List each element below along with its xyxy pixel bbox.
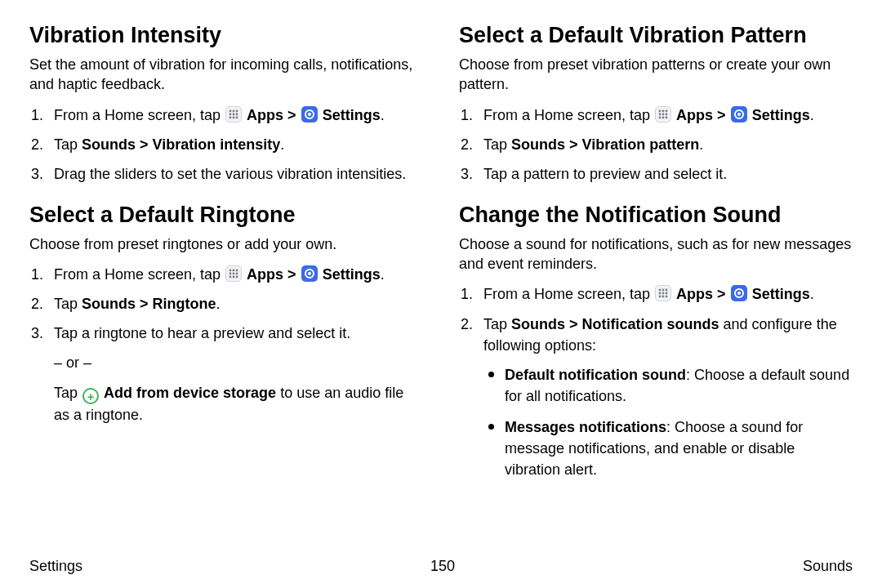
svg-point-19: [236, 276, 238, 278]
section-heading-vibration-pattern: Select a Default Vibration Pattern: [459, 23, 853, 48]
svg-point-6: [229, 116, 232, 118]
step-text: Tap: [54, 296, 82, 312]
period: .: [280, 136, 284, 153]
step-item: Tap Sounds > Ringtone.: [29, 293, 423, 314]
step-text: From a Home screen, tap: [54, 266, 225, 283]
section-intro: Choose from preset ringtones or add your…: [29, 234, 423, 254]
step-item: Drag the sliders to set the various vibr…: [29, 163, 423, 185]
svg-point-29: [662, 116, 665, 118]
svg-point-18: [233, 276, 235, 278]
svg-point-15: [233, 273, 235, 275]
period: .: [810, 107, 814, 123]
footer-right: Sounds: [803, 558, 853, 575]
settings-label: Settings: [323, 266, 381, 283]
svg-point-17: [229, 276, 232, 278]
chevron-icon: >: [287, 107, 301, 123]
step-item: From a Home screen, tap Apps > Settings.: [29, 264, 423, 285]
svg-point-14: [229, 273, 232, 275]
step-bold: Sounds > Vibration intensity: [82, 136, 280, 153]
svg-point-25: [659, 113, 662, 115]
svg-point-38: [666, 292, 668, 295]
apps-label: Apps: [247, 266, 283, 283]
svg-point-12: [233, 270, 235, 272]
step-item: Tap a pattern to preview and select it.: [459, 163, 853, 185]
steps-list: From a Home screen, tap Apps > Settings.…: [459, 105, 853, 185]
svg-point-10: [308, 113, 311, 116]
chevron-icon: >: [287, 266, 301, 283]
svg-point-11: [229, 270, 232, 272]
step-text: Tap: [54, 385, 82, 401]
settings-icon: [301, 106, 318, 122]
section-heading-default-ringtone: Select a Default Ringtone: [29, 203, 423, 228]
add-icon: +: [82, 388, 99, 404]
settings-icon: [731, 285, 747, 301]
step-text: From a Home screen, tap: [483, 286, 654, 302]
apps-icon: [655, 285, 671, 301]
footer-left: Settings: [29, 558, 82, 575]
svg-point-27: [666, 113, 668, 115]
svg-point-0: [229, 109, 232, 112]
svg-point-39: [659, 296, 662, 298]
svg-point-13: [236, 270, 238, 272]
svg-point-32: [737, 113, 741, 116]
period: .: [381, 266, 385, 283]
right-column: Select a Default Vibration Pattern Choos…: [459, 23, 853, 546]
svg-point-22: [659, 109, 662, 112]
steps-list: From a Home screen, tap Apps > Settings.…: [459, 283, 853, 355]
step-text: Tap a ringtone to hear a preview and sel…: [54, 325, 350, 341]
chevron-icon: >: [717, 286, 730, 302]
step-item: From a Home screen, tap Apps > Settings.: [459, 105, 853, 126]
chevron-icon: >: [717, 107, 730, 123]
settings-label: Settings: [752, 286, 810, 302]
or-divider: – or –: [54, 352, 423, 373]
step-item: From a Home screen, tap Apps > Settings.: [459, 283, 853, 305]
step-bold: Sounds > Ringtone: [82, 296, 216, 312]
step-text: Tap: [483, 136, 511, 153]
svg-point-24: [666, 109, 668, 112]
step-text: Tap: [483, 316, 511, 332]
svg-point-34: [662, 289, 665, 292]
svg-point-7: [233, 116, 235, 118]
settings-icon: [731, 106, 747, 122]
section-intro: Choose from preset vibration patterns or…: [459, 55, 853, 95]
svg-point-36: [659, 292, 662, 295]
svg-point-21: [308, 272, 311, 275]
svg-point-1: [233, 109, 235, 112]
settings-label: Settings: [323, 107, 381, 123]
settings-label: Settings: [752, 107, 810, 123]
svg-point-5: [236, 113, 238, 115]
svg-point-40: [662, 296, 665, 298]
apps-label: Apps: [676, 107, 713, 123]
section-heading-notification-sound: Change the Notification Sound: [459, 203, 853, 228]
apps-icon: [655, 106, 671, 122]
step-item: From a Home screen, tap Apps > Settings.: [29, 105, 423, 126]
steps-list: From a Home screen, tap Apps > Settings.…: [29, 264, 423, 425]
apps-label: Apps: [247, 107, 283, 123]
section-intro: Set the amount of vibration for incoming…: [29, 55, 423, 95]
svg-point-4: [233, 113, 235, 115]
svg-point-26: [662, 113, 665, 115]
bullet-item: Default notification sound: Choose a def…: [459, 364, 853, 407]
step-item: Tap Sounds > Notification sounds and con…: [459, 314, 853, 356]
svg-point-2: [236, 109, 238, 112]
svg-point-23: [662, 109, 665, 112]
left-column: Vibration Intensity Set the amount of vi…: [29, 23, 423, 546]
svg-point-3: [229, 113, 232, 115]
step-item: Tap a ringtone to hear a preview and sel…: [29, 323, 423, 425]
settings-icon: [301, 265, 318, 282]
step-text: From a Home screen, tap: [54, 107, 225, 123]
apps-icon: [225, 265, 242, 282]
apps-label: Apps: [676, 286, 713, 302]
step-item: Tap Sounds > Vibration pattern.: [459, 134, 853, 155]
page-footer: Settings 150 Sounds: [29, 558, 853, 575]
svg-point-8: [236, 116, 238, 118]
period: .: [699, 136, 703, 153]
step-bold: Sounds > Notification sounds: [511, 316, 719, 332]
svg-point-37: [662, 292, 665, 295]
svg-point-30: [666, 116, 668, 118]
step-text: From a Home screen, tap: [483, 107, 654, 123]
svg-point-28: [659, 116, 662, 118]
bullet-item: Messages notifications: Choose a sound f…: [459, 416, 853, 480]
bullet-bold: Default notification sound: [505, 367, 686, 383]
section-intro: Choose a sound for notifications, such a…: [459, 234, 853, 274]
